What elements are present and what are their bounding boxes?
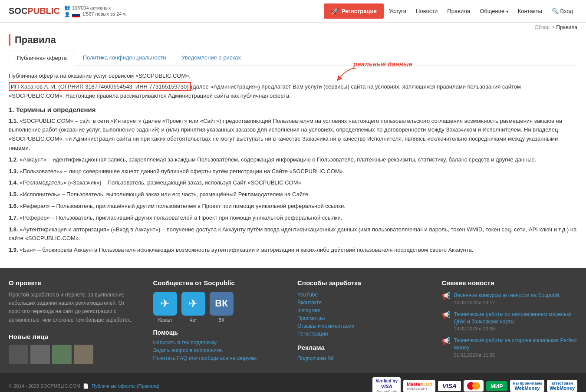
flag-ru: [72, 12, 80, 17]
content-area: Публичная оферта на оказание услуг серви…: [0, 66, 586, 264]
news-link-2[interactable]: Технические работы по направлениям кошел…: [454, 311, 578, 326]
nav-community[interactable]: Общение ▾: [475, 4, 513, 18]
news-link-1[interactable]: Весенние конкурсы активности на Socpubli…: [454, 292, 561, 299]
new-users-stat: 1'567 новых за 24 ч.: [72, 11, 127, 17]
avatars-row: [9, 345, 145, 364]
mir-badge: МИР: [486, 381, 507, 391]
avatar-1: [9, 345, 28, 364]
news-item-2: 📢 Технические работы по направлениям кош…: [442, 311, 578, 332]
footer-bottom: © 2014 - 2023 SOCPUBLIC.COM 📄 Публичные …: [0, 373, 586, 392]
nav-news[interactable]: Новости: [412, 4, 442, 18]
news-date-1: 14.03.2023 в 13:12: [454, 300, 495, 305]
breadcrumb-current: Правила: [556, 24, 577, 30]
section1-title: 1. Термины и определения: [9, 106, 577, 113]
avatar-3: [52, 345, 72, 364]
news-link-3[interactable]: Технические работы на стороне кошельков …: [454, 337, 578, 352]
search-icon: 🔍: [552, 8, 559, 14]
header: SOCPUBLIC 👥 103'004 активных 👤 1'567 нов…: [0, 0, 586, 23]
telegram-chat-label: Чат: [181, 317, 205, 323]
megaphone-icon-3: 📢: [442, 337, 451, 345]
earnings-registrations[interactable]: Регистрации: [297, 331, 433, 337]
avatar-2: [30, 345, 50, 364]
tabs: Публичная оферта Политика конфиденциальн…: [9, 50, 577, 66]
footer-grid: О проекте Простой заработок в интернете,…: [9, 279, 577, 364]
footer-about-text: Простой заработок в интернете, за выполн…: [9, 291, 145, 324]
footer-new-users-title: Новые лица: [9, 333, 145, 340]
nav-rules[interactable]: Правила: [443, 4, 474, 18]
visa-badge: VISA: [438, 381, 461, 391]
register-button[interactable]: 🚀 Регистрация: [324, 3, 384, 19]
logo-text: SOC: [9, 6, 27, 16]
rocket-icon: 🚀: [331, 7, 339, 15]
para-1-7: 1.7. «Реферер» – Пользователь, пригласив…: [9, 214, 577, 223]
webmoney-attested-badge: аттестован WebMoney: [547, 380, 577, 392]
copyright-text: © 2014 - 2023 SOCPUBLIC.COM: [9, 383, 80, 389]
footer-earnings-col: Способы заработка YouTube Вконтакте Inst…: [297, 279, 433, 364]
para-1-5: 1.5. «Исполнитель» – Пользователь, выпол…: [9, 190, 577, 199]
vk-icon[interactable]: ВК ВК: [210, 292, 234, 323]
news-date-3: 01.02.2023 в 11:26: [454, 352, 495, 358]
mastercard-badge: MasterCard MiRACCEPT: [403, 380, 435, 392]
highlighted-paragraph: ИП Хасанов А. И. (ОГРНИП 318774600654543…: [9, 82, 577, 101]
para-1-6: 1.6. «Реферал» – Пользователь, приглашён…: [9, 202, 577, 211]
earnings-vk[interactable]: Вконтакте: [297, 300, 433, 306]
tab-privacy-policy[interactable]: Политика конфиденциальности: [75, 50, 174, 66]
mastercard-logo: [464, 380, 484, 392]
annotation-wrapper: Публичная оферта на оказание услуг серви…: [9, 72, 577, 101]
intro-text: Публичная оферта на оказание услуг серви…: [9, 72, 577, 79]
annotation-arrow: [330, 66, 365, 83]
footer-help-faq-link[interactable]: Задать вопрос в вопроснике.: [153, 347, 289, 353]
footer-about-title: О проекте: [9, 279, 145, 287]
footer-earnings-title: Способы заработка: [297, 279, 433, 287]
news-item-1: 📢 Весенние конкурсы активности на Socpub…: [442, 292, 578, 306]
advertising-vk-subscribers[interactable]: Подписчики ВК: [297, 356, 433, 362]
breadcrumb-separator: >: [551, 24, 554, 30]
breadcrumb-overview[interactable]: Обзор: [535, 24, 550, 30]
active-users-stat: 103'004 активных: [72, 5, 111, 10]
logo[interactable]: SOCPUBLIC: [9, 6, 60, 16]
megaphone-icon-1: 📢: [442, 292, 451, 300]
nav: 🚀 Регистрация Услуги Новости Правила Общ…: [324, 3, 577, 19]
page-title: Правила: [9, 34, 577, 46]
telegram-channel-label: Канал: [153, 317, 177, 323]
footer-news-col: Свежие новости 📢 Весенние конкурсы актив…: [442, 279, 578, 364]
earnings-views[interactable]: Просмотры: [297, 315, 433, 321]
para-1-4: 1.4. «Рекламодатель» («Заказчик») – Поль…: [9, 178, 577, 188]
footer-communities-title: Сообщества от Socpublic: [153, 279, 289, 287]
footer-help-forum[interactable]: Почитать FAQ или пообщаться на форуме.: [153, 355, 289, 361]
para-1-3: 1.3. «Пользователь» – лицо совершившее а…: [9, 167, 577, 176]
footer-help-title: Помощь: [153, 329, 289, 336]
nav-services[interactable]: Услуги: [385, 4, 411, 18]
register-label: Регистрация: [342, 8, 377, 14]
person-icon: 👤: [64, 12, 70, 17]
para-1-2: 1.2. «Аккаунт» – идентификационная запис…: [9, 155, 577, 165]
footer-bottom-left: © 2014 - 2023 SOCPUBLIC.COM 📄 Публичные …: [9, 383, 159, 389]
breadcrumb: Обзор > Правила: [0, 23, 586, 32]
earnings-reviews[interactable]: Отзывы и комментарии: [297, 323, 433, 329]
news-item-3: 📢 Технические работы на стороне кошелько…: [442, 337, 578, 358]
webmoney-badge: мы принимаем WebMoney: [510, 380, 544, 392]
highlighted-text: ИП Хасанов А. И. (ОГРНИП 318774600654543…: [9, 82, 191, 91]
tab-public-offer[interactable]: Публичная оферта: [9, 50, 75, 66]
earnings-instagram[interactable]: Instagram: [297, 307, 433, 313]
footer: О проекте Простой заработок в интернете,…: [0, 268, 586, 392]
telegram-chat-icon[interactable]: ✈ Чат: [181, 292, 205, 323]
header-stats: 👥 103'004 активных 👤 1'567 новых за 24 ч…: [64, 5, 127, 17]
telegram-channel-icon[interactable]: ✈ Канал: [153, 292, 177, 323]
footer-about-col: О проекте Простой заработок в интернете,…: [9, 279, 145, 364]
footer-advertising-title: Реклама: [297, 344, 433, 351]
vk-label: ВК: [210, 317, 234, 323]
footer-communities-col: Сообщества от Socpublic ✈ Канал ✈ Чат ВК…: [153, 279, 289, 364]
news-date-2: 13.02.2023 в 10:06: [454, 326, 495, 331]
public-offers-link[interactable]: Публичные оферты (Правила): [92, 383, 159, 389]
footer-news-title: Свежие новости: [442, 279, 578, 287]
doc-icon: 📄: [83, 383, 89, 389]
nav-login[interactable]: 🔍 Вход: [547, 4, 577, 18]
payment-icons: Verified by VISA SecureCode MasterCard M…: [372, 377, 577, 392]
footer-help-support[interactable]: Написать в тех.поддержку.: [153, 339, 289, 346]
earnings-youtube[interactable]: YouTube: [297, 292, 433, 298]
para-1-8: 1.8. «Аутентификация и авторизация» («Вх…: [9, 225, 577, 244]
social-icons-row: ✈ Канал ✈ Чат ВК ВК: [153, 292, 289, 323]
nav-contacts[interactable]: Контакты: [514, 4, 546, 18]
tab-risk-notice[interactable]: Уведомление о рисках: [174, 50, 249, 66]
